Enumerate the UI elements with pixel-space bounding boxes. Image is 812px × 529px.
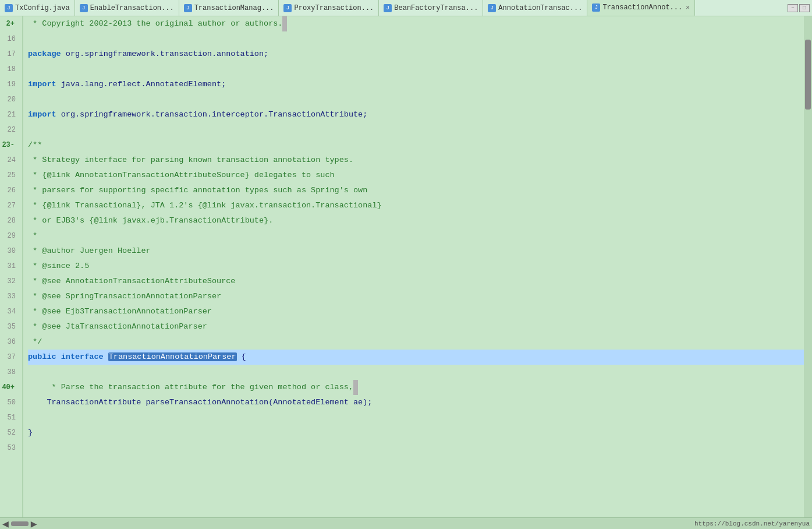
code-line-21: import org.springframework.transaction.i… <box>28 107 804 122</box>
gutter-line-40: 40+ <box>0 380 19 395</box>
gutter-line-29: 29 <box>0 228 19 244</box>
code-line-25: * {@link AnnotationTransactionAttributeS… <box>28 168 804 183</box>
gutter-line-36: 36 <box>0 334 19 350</box>
horizontal-scroll-area[interactable]: ◀ ▶ <box>2 517 37 530</box>
tab-label-3: TransactionManag... <box>194 4 274 12</box>
code-line-17: package org.springframework.transaction.… <box>28 47 804 62</box>
tab-icon-5: J <box>384 4 392 12</box>
gutter-line-35: 35 <box>0 319 19 334</box>
gutter-line-26: 26 <box>0 183 19 198</box>
code-editor[interactable]: * Copyright 2002-2013 the original autho… <box>23 16 804 517</box>
tab-txconfig[interactable]: J TxConfig.java <box>0 0 75 16</box>
code-line-38 <box>28 365 804 380</box>
code-line-40: * Parse the transaction attribute for th… <box>28 380 804 395</box>
gutter-line-51: 51 <box>0 410 19 425</box>
code-line-16 <box>28 31 804 47</box>
code-line-32: * @see AnnotationTransactionAttributeSou… <box>28 274 804 289</box>
tab-proxytransaction[interactable]: J ProxyTransaction... <box>279 0 379 16</box>
gutter-line-25: 25 <box>0 168 19 183</box>
window-controls: – □ <box>786 4 812 12</box>
tab-label-7: TransactionAnnot... <box>602 3 682 12</box>
gutter-line-20: 20 <box>0 92 19 107</box>
status-bar: ◀ ▶ https://blog.csdn.net/yarenyua <box>0 517 812 529</box>
tab-label-4: ProxyTransaction... <box>294 4 374 12</box>
tab-label-2: EnableTransaction... <box>90 4 174 12</box>
tab-icon-7: J <box>592 3 600 12</box>
tab-icon-1: J <box>5 4 13 12</box>
gutter-line-22: 22 <box>0 122 19 137</box>
code-line-52: } <box>28 425 804 440</box>
code-line-29: * <box>28 228 804 244</box>
code-line-53 <box>28 440 804 456</box>
code-line-35: * @see JtaTransactionAnnotationParser <box>28 319 804 334</box>
tab-icon-3: J <box>184 4 192 12</box>
gutter-line-34: 34 <box>0 304 19 319</box>
code-line-27: * {@link Transactional}, JTA 1.2's {@lin… <box>28 198 804 213</box>
gutter-line-53: 53 <box>0 440 19 456</box>
editor-container: J TxConfig.java J EnableTransaction... J… <box>0 0 812 529</box>
restore-button[interactable]: □ <box>799 4 810 12</box>
gutter-line-21: 21 <box>0 107 19 122</box>
tab-label-1: TxConfig.java <box>15 4 70 12</box>
tab-label-5: BeanFactoryTransa... <box>394 4 478 12</box>
tab-close-icon[interactable]: ✕ <box>686 3 690 11</box>
tab-transactionmanag[interactable]: J TransactionManag... <box>179 0 279 16</box>
tab-label-6: AnnotationTransac... <box>498 4 582 12</box>
gutter-line-28: 28 <box>0 213 19 228</box>
gutter-line-16: 16 <box>0 31 19 47</box>
gutter-line-27: 27 <box>0 198 19 213</box>
gutter-line-23: 23- <box>0 137 19 153</box>
gutter-line-2: 2+ <box>0 16 19 31</box>
gutter-line-38: 38 <box>0 365 19 380</box>
tab-icon-2: J <box>80 4 88 12</box>
gutter-line-24: 24 <box>0 153 19 168</box>
tab-icon-4: J <box>283 4 292 12</box>
code-line-2: * Copyright 2002-2013 the original autho… <box>28 16 804 31</box>
tab-beanfactory[interactable]: J BeanFactoryTransa... <box>379 0 483 16</box>
vertical-scrollbar[interactable] <box>804 16 812 517</box>
tab-icon-6: J <box>488 4 496 12</box>
status-url: https://blog.csdn.net/yarenyua <box>694 520 810 527</box>
gutter-line-33: 33 <box>0 289 19 304</box>
tab-transactionannot[interactable]: J TransactionAnnot... ✕ <box>587 0 694 16</box>
code-line-20 <box>28 92 804 107</box>
gutter-line-37: 37 <box>0 350 19 365</box>
code-line-24: * Strategy interface for parsing known t… <box>28 153 804 168</box>
horizontal-scrollbar-thumb[interactable] <box>11 521 29 526</box>
editor-body: 2+ 16 17 18 19 20 21 22 23- 24 25 26 27 … <box>0 16 812 517</box>
scrollbar-thumb-v[interactable] <box>805 40 811 110</box>
minimize-button[interactable]: – <box>788 4 798 12</box>
gutter-line-30: 30 <box>0 244 19 259</box>
gutter-line-18: 18 <box>0 62 19 77</box>
code-line-34: * @see Ejb3TransactionAnnotationParser <box>28 304 804 319</box>
code-line-26: * parsers for supporting specific annota… <box>28 183 804 198</box>
code-line-22 <box>28 122 804 137</box>
code-line-37: public interface TransactionAnnotationPa… <box>28 350 804 365</box>
scroll-right-button[interactable]: ▶ <box>31 517 37 530</box>
tab-bar: J TxConfig.java J EnableTransaction... J… <box>0 0 812 16</box>
code-line-18 <box>28 62 804 77</box>
tab-annotationtransac[interactable]: J AnnotationTransac... <box>483 0 587 16</box>
code-line-23: /** <box>28 137 804 153</box>
code-line-51 <box>28 410 804 425</box>
gutter-line-52: 52 <box>0 425 19 440</box>
gutter-line-50: 50 <box>0 395 19 410</box>
code-line-30: * @author Juergen Hoeller <box>28 244 804 259</box>
tab-enabletransaction[interactable]: J EnableTransaction... <box>75 0 179 16</box>
code-line-28: * or EJB3's {@link javax.ejb.Transaction… <box>28 213 804 228</box>
code-line-19: import java.lang.reflect.AnnotatedElemen… <box>28 77 804 92</box>
scroll-left-button[interactable]: ◀ <box>2 517 9 530</box>
code-line-36: */ <box>28 334 804 350</box>
gutter-line-32: 32 <box>0 274 19 289</box>
line-number-gutter: 2+ 16 17 18 19 20 21 22 23- 24 25 26 27 … <box>0 16 23 517</box>
code-line-31: * @since 2.5 <box>28 259 804 274</box>
gutter-line-31: 31 <box>0 259 19 274</box>
gutter-line-17: 17 <box>0 47 19 62</box>
code-line-50: TransactionAttribute parseTransactionAnn… <box>28 395 804 410</box>
gutter-line-19: 19 <box>0 77 19 92</box>
code-line-33: * @see SpringTransactionAnnotationParser <box>28 289 804 304</box>
